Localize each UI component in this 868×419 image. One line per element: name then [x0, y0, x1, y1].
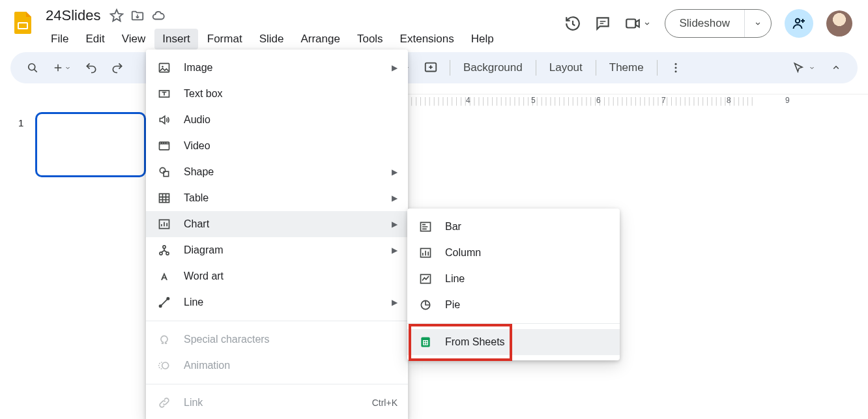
menubar: File Edit View Insert Format Slide Arran… [43, 29, 502, 50]
menu-extensions[interactable]: Extensions [392, 29, 462, 50]
slides-logo[interactable] [10, 9, 36, 35]
comments-icon[interactable] [594, 15, 611, 32]
svg-point-8 [674, 70, 676, 72]
slideshow-group: Slideshow [665, 9, 772, 38]
theme-button[interactable]: Theme [604, 59, 649, 77]
collapse-toolbar-icon[interactable] [826, 58, 846, 78]
insert-animation-label: Animation [184, 360, 230, 371]
chart-icon [156, 216, 172, 232]
new-slide-button[interactable] [48, 58, 76, 78]
insert-link-item: Link Ctrl+K [146, 390, 408, 416]
meet-button[interactable] [624, 15, 652, 32]
person-add-icon [791, 16, 807, 31]
chart-from-sheets-label: From Sheets [445, 336, 505, 348]
submenu-arrow-icon: ▶ [392, 246, 398, 255]
menu-slide[interactable]: Slide [252, 29, 292, 50]
history-icon[interactable] [564, 15, 581, 32]
submenu-arrow-icon: ▶ [392, 220, 398, 229]
slideshow-dropdown[interactable] [745, 19, 771, 28]
sheets-icon [418, 334, 433, 350]
insert-menu: Image ▶ Text box Audio Video Shape ▶ Tab… [146, 50, 408, 419]
insert-table-label: Table [184, 192, 209, 204]
star-icon[interactable] [109, 8, 124, 23]
insert-table-item[interactable]: Table ▶ [146, 185, 408, 211]
insert-chart-item[interactable]: Chart ▶ [146, 211, 408, 237]
chart-column-label: Column [445, 247, 481, 259]
slideshow-button[interactable]: Slideshow [665, 10, 745, 37]
chart-line-item[interactable]: Line [407, 266, 620, 292]
svg-point-10 [162, 66, 164, 68]
insert-image-item[interactable]: Image ▶ [146, 55, 408, 81]
insert-diagram-item[interactable]: Diagram ▶ [146, 237, 408, 263]
submenu-arrow-icon: ▶ [392, 167, 398, 177]
menu-file[interactable]: File [43, 29, 76, 50]
ruler: ││││││││││││││││││││││││││││││││││││││││… [407, 94, 868, 107]
omega-icon [156, 332, 172, 347]
wordart-icon [156, 268, 172, 284]
svg-rect-1 [19, 23, 27, 28]
insert-video-item[interactable]: Video [146, 133, 408, 159]
chevron-down-icon [753, 19, 762, 28]
chart-column-item[interactable]: Column [407, 240, 620, 266]
insert-line-item[interactable]: Line ▶ [146, 289, 408, 315]
svg-point-17 [163, 246, 166, 248]
menu-format[interactable]: Format [199, 29, 250, 50]
menu-insert[interactable]: Insert [154, 29, 198, 50]
insert-chart-label: Chart [184, 218, 209, 230]
chart-from-sheets-item[interactable]: From Sheets [407, 329, 620, 355]
insert-video-label: Video [184, 140, 210, 152]
menu-view[interactable]: View [114, 29, 154, 50]
insert-shape-item[interactable]: Shape ▶ [146, 159, 408, 185]
insert-image-label: Image [184, 62, 212, 74]
insert-audio-label: Audio [184, 114, 210, 126]
slide-thumbnail[interactable] [35, 112, 146, 177]
redo-button[interactable] [107, 57, 128, 78]
add-comment-icon[interactable] [420, 57, 442, 79]
insert-audio-item[interactable]: Audio [146, 107, 408, 133]
insert-special-chars-item: Special characters [146, 326, 408, 353]
svg-point-13 [160, 167, 165, 173]
bar-chart-icon [418, 219, 433, 235]
chevron-down-icon [808, 64, 816, 72]
menu-divider [146, 384, 408, 384]
line-icon [156, 295, 172, 310]
insert-diagram-label: Diagram [184, 244, 223, 256]
background-button[interactable]: Background [458, 59, 528, 77]
app-header: 24Slides File Edit View Insert Format Sl… [0, 0, 868, 50]
chart-pie-label: Pie [445, 299, 460, 311]
chart-pie-item[interactable]: Pie [407, 292, 620, 318]
audio-icon [156, 112, 172, 128]
share-button[interactable] [785, 9, 813, 38]
more-vert-icon[interactable] [665, 57, 686, 78]
submenu-arrow-icon: ▶ [392, 298, 398, 307]
chevron-down-icon [64, 64, 72, 72]
svg-point-20 [160, 305, 162, 307]
link-icon [156, 395, 172, 411]
mode-button[interactable] [788, 57, 820, 78]
chart-bar-label: Bar [445, 221, 461, 233]
insert-link-shortcut: Ctrl+K [372, 397, 398, 408]
chevron-down-icon [643, 19, 652, 28]
search-menus-icon[interactable] [22, 57, 43, 78]
document-title[interactable]: 24Slides [43, 6, 103, 25]
cloud-status-icon[interactable] [151, 8, 166, 23]
menu-arrange[interactable]: Arrange [293, 29, 347, 50]
video-icon [156, 138, 172, 154]
toolbar: Background Layout Theme [10, 52, 858, 83]
layout-button[interactable]: Layout [544, 59, 588, 77]
header-right: Slideshow [564, 9, 858, 38]
chart-submenu: Bar Column Line Pie From Sheets [407, 209, 620, 360]
account-avatar[interactable] [826, 10, 852, 36]
insert-wordart-item[interactable]: Word art [146, 263, 408, 289]
menu-edit[interactable]: Edit [78, 29, 112, 50]
menu-divider [146, 321, 408, 321]
menu-tools[interactable]: Tools [349, 29, 391, 50]
move-folder-icon[interactable] [130, 8, 145, 23]
chart-bar-item[interactable]: Bar [407, 214, 620, 240]
undo-button[interactable] [81, 57, 102, 78]
svg-rect-15 [160, 194, 169, 202]
insert-line-label: Line [184, 296, 203, 308]
svg-rect-2 [626, 20, 635, 28]
insert-textbox-item[interactable]: Text box [146, 81, 408, 107]
menu-help[interactable]: Help [463, 29, 502, 50]
